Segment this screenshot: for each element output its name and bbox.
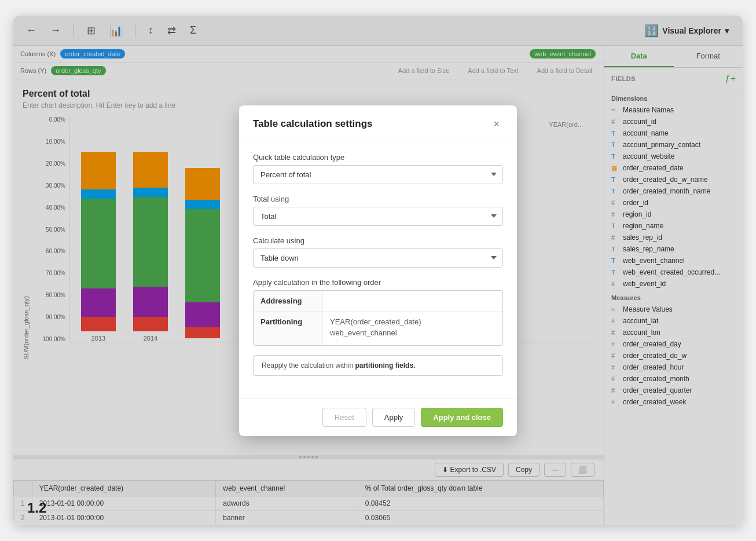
calc-using-label: Calculate using [253,236,503,245]
addressing-box: Addressing Partitioning YEAR(order_creat… [253,290,503,346]
info-bold: partitioning fields. [355,361,415,370]
apply-order-label: Apply calculation in the following order [253,278,503,287]
calc-type-group: Quick table calculation type Percent of … [253,153,503,184]
partitioning-value: YEAR(order_created_date) web_event_chann… [323,312,502,345]
main-window: ← → ⊞ 📊 ↕ ⇄ Σ 🔢 Visual Explorer ▾ Column… [13,16,743,525]
modal-footer: Reset Apply Apply and close [239,398,517,436]
info-text: Reapply the calculation within [262,361,355,370]
modal-body: Quick table calculation type Percent of … [239,141,517,398]
modal-overlay: Table calculation settings × Quick table… [13,16,743,525]
modal-title: Table calculation settings [253,118,373,130]
modal-dialog: Table calculation settings × Quick table… [239,105,517,436]
apply-close-button[interactable]: Apply and close [421,408,503,427]
addressing-value [323,291,502,311]
addressing-label: Addressing [254,291,323,311]
partitioning-label: Partitioning [254,312,323,345]
partitioning-val-1: YEAR(order_created_date) [330,317,496,326]
calc-using-select[interactable]: Table down [253,248,503,268]
modal-close-button[interactable]: × [490,117,503,131]
modal-header: Table calculation settings × [239,105,517,141]
total-using-group: Total using Total [253,195,503,226]
info-box: Reapply the calculation within partition… [253,355,503,376]
calc-using-group: Calculate using Table down [253,236,503,268]
apply-order-group: Apply calculation in the following order… [253,278,503,376]
total-using-select[interactable]: Total [253,207,503,226]
addressing-row-addressing: Addressing [254,291,502,312]
total-using-label: Total using [253,195,503,203]
calc-type-select[interactable]: Percent of total [253,165,503,184]
addressing-row-partitioning: Partitioning YEAR(order_created_date) we… [254,312,502,345]
apply-button[interactable]: Apply [372,408,416,427]
partitioning-val-2: web_event_channel [330,328,496,337]
calc-type-label: Quick table calculation type [253,153,503,162]
reset-button[interactable]: Reset [322,408,366,427]
